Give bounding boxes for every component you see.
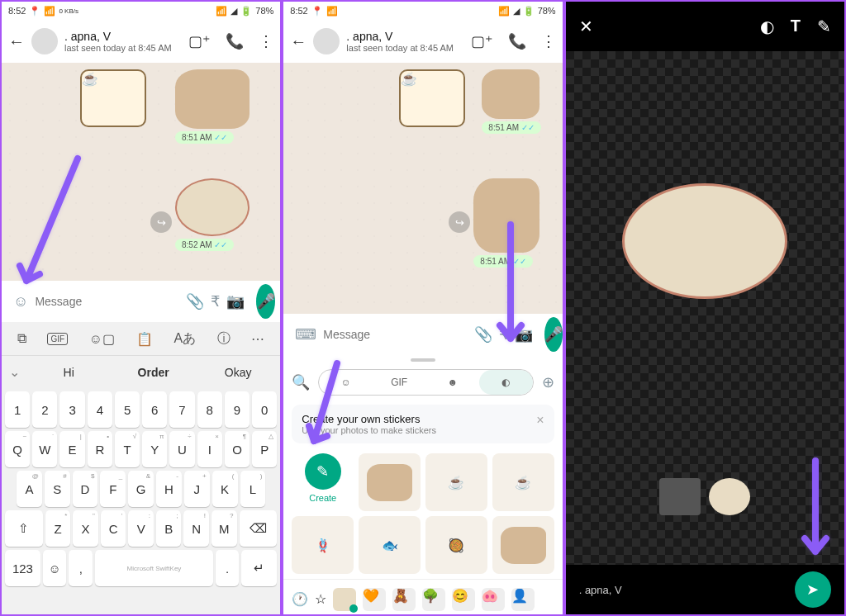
sticker-pack[interactable] [333,588,356,611]
more-icon[interactable]: ⋮ [541,32,556,50]
key-S[interactable]: S# [45,471,70,507]
chat-area[interactable]: ☕ 8:51 AM ✓✓ ↪ 8:52 AM ✓✓ [2,63,280,281]
key-2[interactable]: 2 [32,391,57,428]
camera-icon[interactable]: 📷 [515,325,533,344]
search-icon[interactable]: 🔍 [292,373,310,391]
key-comma[interactable]: , [69,550,93,586]
sticker-item[interactable]: ☕ [492,453,554,511]
sticker-pack[interactable]: 👤 [511,588,535,611]
sticker-canvas[interactable] [566,51,844,565]
sticker-item[interactable] [359,453,421,511]
key-G[interactable]: G& [128,471,154,507]
key-8[interactable]: 8 [197,391,222,428]
keyboard-icon[interactable]: ⌨ [295,325,316,344]
thumb-cutout[interactable] [709,478,750,515]
sticker-item[interactable] [492,516,554,574]
forward-icon[interactable]: ↪ [150,211,172,233]
send-button[interactable]: ➤ [795,571,831,608]
key-V[interactable]: V: [128,510,154,547]
sticker-pack[interactable]: 🐽 [482,588,505,611]
key-H[interactable]: H- [156,471,182,507]
sticker-item[interactable]: 🪢 [292,516,354,574]
key-K[interactable]: K( [212,471,238,507]
key-6[interactable]: 6 [142,391,167,428]
chat-area[interactable]: ☕ 8:51 AM ✓✓ ↪ 8:51 AM ✓✓ [283,63,562,314]
suggestion-1[interactable]: Hi [26,366,111,379]
sticker-rug[interactable] [175,178,250,236]
sticker-pack[interactable]: 🧸 [392,588,416,611]
key-7[interactable]: 7 [169,391,194,428]
sticker-pack[interactable]: 😊 [452,588,475,611]
key-I[interactable]: I× [197,431,222,467]
key-J[interactable]: J+ [184,471,210,507]
key-M[interactable]: M? [212,510,237,547]
recent-icon[interactable]: 🕐 [292,591,308,607]
add-pack-icon[interactable]: ⊕ [542,373,554,391]
sticker-item[interactable]: 🥘 [425,516,487,574]
attach-icon[interactable]: 📎 [474,325,492,344]
key-A[interactable]: A@ [17,471,42,507]
tab-emoji[interactable]: ☺ [319,370,373,395]
key-D[interactable]: D$ [73,471,98,507]
key-O[interactable]: O¶ [225,431,250,467]
emoji-icon[interactable]: ☺ [13,293,28,310]
key-B[interactable]: B; [156,510,182,547]
more-icon[interactable]: ⋮ [259,32,273,50]
key-9[interactable]: 9 [225,391,250,428]
draw-tool-icon[interactable]: ✎ [817,17,831,36]
attach-icon[interactable]: 📎 [186,292,204,310]
copilot-icon[interactable]: ⧉ [17,331,26,346]
key-R[interactable]: R• [88,431,112,467]
sticker-item[interactable]: 🐟 [359,516,421,574]
key-X[interactable]: X" [73,510,98,547]
video-call-icon[interactable]: ▢⁺ [471,32,493,50]
key-U[interactable]: U÷ [169,431,194,467]
back-arrow-icon[interactable]: ← [290,32,307,51]
key-3[interactable]: 3 [59,391,84,428]
key-F[interactable]: F_ [100,471,126,507]
mic-button[interactable]: 🎤 [544,317,563,352]
keyboard[interactable]: 1234567890 Q~W`E|R•T√YπU÷I×O¶P△ A@S#D$F_… [2,388,280,616]
close-banner-icon[interactable]: × [536,413,544,435]
rupee-icon[interactable]: ₹ [499,325,508,344]
camera-icon[interactable]: 📷 [226,292,245,310]
rupee-icon[interactable]: ₹ [211,292,220,310]
video-call-icon[interactable]: ▢⁺ [188,32,211,50]
key-1[interactable]: 1 [5,391,30,428]
close-icon[interactable]: ✕ [579,17,593,36]
key-4[interactable]: 4 [88,391,112,428]
clipboard-icon[interactable]: 📋 [136,331,153,347]
sticker-cat[interactable] [482,69,539,119]
text-tool-icon[interactable]: T [791,17,801,36]
sticker-item[interactable]: ☕ [425,453,487,511]
key-emoji[interactable]: ☺ [43,550,67,586]
key-E[interactable]: E| [59,431,84,467]
key-period[interactable]: . [216,550,240,586]
recipient-chip[interactable]: . apna, V [579,584,622,596]
create-sticker-button[interactable]: ✎ [305,453,341,490]
message-input[interactable] [35,295,179,308]
translate-icon[interactable]: Aあ [173,330,196,348]
key-L[interactable]: L) [240,471,266,507]
avatar[interactable] [313,28,340,54]
sticker-toolbar-icon[interactable]: ☺▢ [89,331,115,347]
suggestion-3[interactable]: Okay [196,366,280,379]
sticker-tool-icon[interactable]: ◐ [760,17,774,36]
key-123[interactable]: 123 [5,550,40,586]
voice-call-icon[interactable]: 📞 [508,32,526,50]
key-T[interactable]: T√ [115,431,140,467]
key-space[interactable]: Microsoft SwiftKey [95,550,213,586]
tab-avatar[interactable]: ☻ [425,370,479,395]
thumb-original[interactable] [659,478,701,515]
sticker-cat[interactable] [175,69,250,129]
key-W[interactable]: W` [32,431,57,467]
avatar[interactable] [31,28,58,54]
forward-icon[interactable]: ↪ [449,211,470,233]
key-backspace[interactable]: ⌫ [240,510,278,547]
expand-suggestions-icon[interactable]: ⌄ [2,364,26,380]
mic-button[interactable]: 🎤 [256,284,275,319]
tab-gif[interactable]: GIF [373,370,426,395]
key-0[interactable]: 0 [252,391,277,428]
key-Y[interactable]: Yπ [142,431,167,467]
gif-toolbar-icon[interactable]: GIF [47,333,68,345]
